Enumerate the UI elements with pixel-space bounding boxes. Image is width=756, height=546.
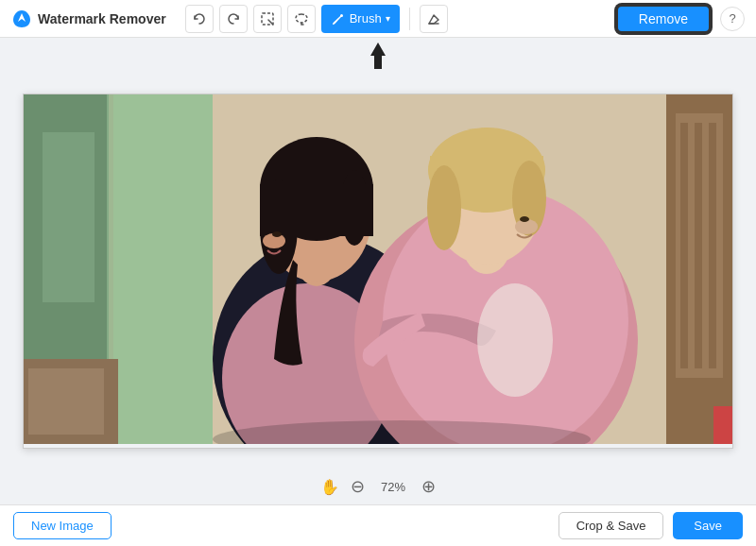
footer: New Image Crop & Save Save — [0, 504, 756, 546]
zoom-level: 72% — [376, 480, 410, 494]
eraser-tool-button[interactable] — [420, 5, 448, 33]
selection-tool-button[interactable] — [253, 5, 282, 33]
svg-rect-12 — [113, 94, 213, 444]
toolbar-divider — [409, 8, 410, 30]
zoom-bar: ✋ ⊖ 72% ⊕ — [0, 469, 756, 504]
logo-area: Watermark Remover — [11, 9, 166, 29]
zoom-out-icon[interactable]: ⊖ — [351, 476, 365, 497]
svg-point-33 — [427, 165, 461, 250]
brush-label: Brush — [350, 11, 382, 26]
svg-rect-16 — [713, 406, 732, 444]
svg-rect-9 — [695, 123, 702, 368]
hand-tool-icon[interactable]: ✋ — [320, 478, 339, 496]
lasso-tool-button[interactable] — [287, 5, 316, 33]
svg-rect-8 — [680, 123, 688, 368]
svg-rect-5 — [43, 132, 94, 302]
footer-right: Crop & Save Save — [558, 512, 743, 539]
svg-point-26 — [272, 231, 282, 237]
svg-rect-10 — [709, 123, 716, 368]
help-button[interactable]: ? — [720, 7, 745, 31]
toolbar: Brush ▾ — [185, 5, 616, 33]
brush-hint-arrow-icon — [361, 39, 395, 73]
brush-tool-button[interactable]: Brush ▾ — [321, 5, 400, 33]
crop-save-button[interactable]: Crop & Save — [558, 512, 664, 539]
image-container[interactable] — [23, 94, 733, 449]
svg-point-1 — [340, 14, 343, 17]
redo-button[interactable] — [219, 5, 248, 33]
new-image-button[interactable]: New Image — [13, 512, 112, 539]
app-logo-icon — [11, 9, 32, 29]
header: Watermark Remover — [0, 0, 756, 38]
app-title: Watermark Remover — [38, 11, 166, 26]
svg-point-37 — [477, 283, 553, 397]
main-image — [24, 94, 732, 444]
svg-rect-24 — [260, 184, 373, 236]
zoom-in-icon[interactable]: ⊕ — [421, 476, 436, 497]
header-right: Remove ? — [616, 5, 745, 33]
undo-button[interactable] — [185, 5, 214, 33]
svg-rect-15 — [28, 368, 104, 435]
svg-point-36 — [520, 216, 529, 222]
remove-button[interactable]: Remove — [616, 5, 711, 33]
svg-marker-2 — [370, 43, 386, 69]
brush-chevron-icon: ▾ — [386, 13, 390, 24]
save-button[interactable]: Save — [673, 512, 743, 539]
arrow-indicator-area — [0, 38, 756, 74]
canvas-area — [0, 74, 756, 469]
